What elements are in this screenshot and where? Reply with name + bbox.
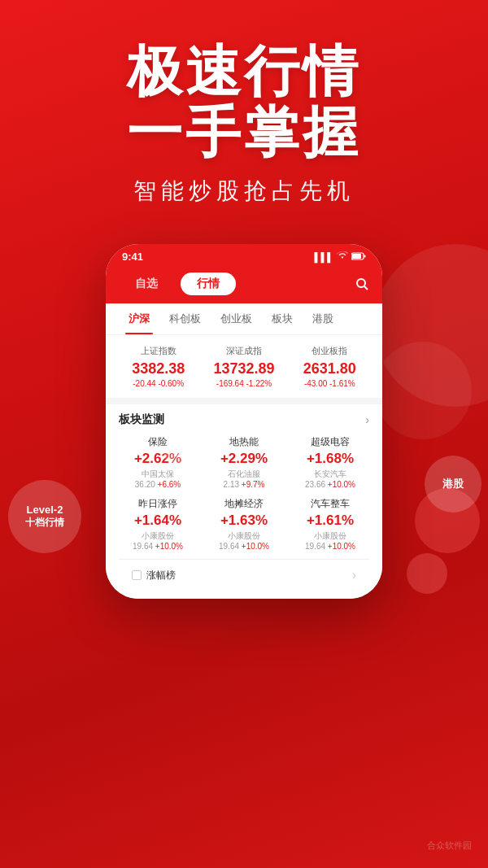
hero-section: 极速行情 一手掌握 智能炒股抢占先机	[0, 41, 488, 207]
sector-item-ditan[interactable]: 地摊经济 +1.63% 小康股份 19.64 +10.0%	[205, 497, 283, 551]
sector-stock-5: 小康股份	[291, 530, 369, 542]
market-tab-hkstock[interactable]: 港股	[303, 303, 343, 334]
sector-item-diren[interactable]: 地热能 +2.29% 石化油服 2.13 +9.7%	[205, 435, 283, 489]
nav-tab-bar: 自选 行情	[106, 266, 382, 303]
svg-line-4	[364, 286, 368, 290]
hero-line1: 极速行情	[0, 41, 488, 102]
search-button[interactable]	[355, 273, 369, 295]
battery-icon	[351, 252, 366, 262]
zhangfu-label: 涨幅榜	[146, 569, 176, 582]
bottom-arrow[interactable]: ›	[352, 568, 356, 582]
index-name-sz: 深证成指	[204, 345, 283, 357]
sector-price-3: 19.64 +10.0%	[119, 542, 197, 551]
sector-change-1: +2.29%	[205, 451, 283, 467]
zhangfu-checkbox[interactable]	[132, 570, 142, 580]
sector-stock-4: 小康股份	[205, 530, 283, 542]
market-tab-kechuang[interactable]: 科创板	[159, 303, 211, 334]
sector-spchange-5: +10.0%	[328, 542, 355, 551]
index-value-cy: 2631.80	[290, 360, 369, 377]
sector-spchange-1: +9.7%	[242, 480, 265, 489]
ai-badge: Ai	[163, 437, 203, 465]
phone-mockup: 9:41 ▌▌▌	[106, 244, 382, 599]
sector-price-5: 19.64 +10.0%	[291, 542, 369, 551]
bubble-line2: 十档行情	[25, 516, 64, 530]
sector-spchange-4: +10.0%	[242, 542, 269, 551]
index-card-sz[interactable]: 深证成指 13732.89 -169.64 -1.22%	[204, 345, 283, 388]
sector-stock-0: 中国太保	[119, 469, 197, 480]
deco-circle-4	[407, 553, 447, 594]
sector-stock-2: 长安汽车	[291, 469, 369, 480]
sector-name-3: 昨日涨停	[119, 497, 197, 511]
sector-section: 板块监测 › 保险 +2.62% 中国太保 36.20 +6.6% 地热能 +2…	[106, 404, 382, 599]
sector-change-5: +1.61%	[291, 513, 369, 529]
index-change-sh: -20.44 -0.60%	[119, 379, 198, 388]
svg-rect-2	[364, 255, 366, 257]
bubble-line1: Level-2	[27, 504, 63, 516]
sector-header: 板块监测 ›	[119, 412, 369, 427]
sector-spchange-3: +10.0%	[155, 542, 183, 551]
sector-spchange-0: +6.6%	[158, 480, 181, 489]
sector-name-2: 超级电容	[291, 435, 369, 449]
hkstock-bubble[interactable]: 港股	[425, 456, 481, 513]
hero-line2: 一手掌握	[0, 102, 488, 163]
index-change-cy: -43.00 -1.61%	[290, 379, 369, 388]
deco-circle-2	[374, 342, 472, 439]
index-card-sh[interactable]: 上证指数 3382.38 -20.44 -0.60%	[119, 345, 198, 388]
hero-subtitle: 智能炒股抢占先机	[0, 176, 488, 207]
index-value-sz: 13732.89	[204, 360, 283, 377]
tab-zixuan[interactable]: 自选	[119, 273, 174, 295]
index-name-sh: 上证指数	[119, 345, 198, 357]
market-tab-chuangye[interactable]: 创业板	[211, 303, 262, 334]
sector-change-2: +1.68%	[291, 451, 369, 467]
sector-spchange-2: +10.0%	[328, 480, 355, 489]
market-tab-bankuai[interactable]: 板块	[262, 303, 303, 334]
wifi-icon	[337, 251, 348, 262]
sector-item-zuorizt[interactable]: 昨日涨停 +1.64% 小康股份 19.64 +10.0%	[119, 497, 197, 551]
sector-change-4: +1.63%	[205, 513, 283, 529]
market-tab-bar: 沪深 科创板 创业板 板块 港股	[106, 303, 382, 335]
sector-stock-1: 石化油服	[205, 469, 283, 480]
status-bar: 9:41 ▌▌▌	[106, 244, 382, 266]
signal-icon: ▌▌▌	[315, 252, 333, 262]
sector-change-3: +1.64%	[119, 513, 197, 529]
svg-point-3	[357, 279, 365, 287]
index-change-sz: -169.64 -1.22%	[204, 379, 283, 388]
sector-grid: 保险 +2.62% 中国太保 36.20 +6.6% 地热能 +2.29% 石化…	[119, 435, 369, 551]
status-icons: ▌▌▌	[315, 251, 366, 262]
level2-bubble[interactable]: Level-2 十档行情	[8, 480, 81, 553]
svg-rect-1	[352, 254, 361, 259]
sector-price-0: 36.20 +6.6%	[119, 480, 197, 489]
sector-price-1: 2.13 +9.7%	[205, 480, 283, 489]
market-tab-hushen[interactable]: 沪深	[119, 303, 159, 334]
index-row: 上证指数 3382.38 -20.44 -0.60% 深证成指 13732.89…	[106, 335, 382, 404]
index-card-cy[interactable]: 创业板指 2631.80 -43.00 -1.61%	[290, 345, 369, 388]
bottom-bar: 涨幅榜 ›	[119, 559, 369, 591]
sector-name-4: 地摊经济	[205, 497, 283, 511]
index-value-sh: 3382.38	[119, 360, 198, 377]
sector-item-qiche[interactable]: 汽车整车 +1.61% 小康股份 19.64 +10.0%	[291, 497, 369, 551]
sector-name-1: 地热能	[205, 435, 283, 449]
phone-screen: 9:41 ▌▌▌	[106, 244, 382, 599]
sector-name-5: 汽车整车	[291, 497, 369, 511]
sector-title: 板块监测	[119, 412, 164, 427]
sector-arrow[interactable]: ›	[365, 413, 369, 426]
sector-stock-3: 小康股份	[119, 530, 197, 542]
sector-price-2: 23.66 +10.0%	[291, 480, 369, 489]
tab-hangqing[interactable]: 行情	[181, 273, 236, 295]
status-time: 9:41	[122, 251, 143, 263]
watermark-right: 合众软件园	[427, 840, 472, 852]
index-name-cy: 创业板指	[290, 345, 369, 357]
sector-price-4: 19.64 +10.0%	[205, 542, 283, 551]
hkstock-label: 港股	[442, 477, 464, 491]
sector-item-chaorong[interactable]: 超级电容 +1.68% 长安汽车 23.66 +10.0%	[291, 435, 369, 489]
